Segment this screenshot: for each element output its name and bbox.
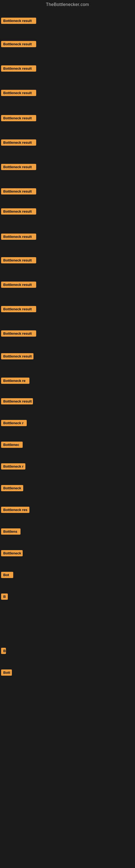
bottleneck-badge[interactable]: Bottleneck result (1, 353, 34, 360)
bottleneck-badge[interactable]: Bottleneck result (1, 234, 36, 240)
bottleneck-badge[interactable]: B (1, 648, 6, 654)
list-item: Bottleneck result (1, 282, 36, 289)
bottleneck-badge[interactable]: Bottleneck (1, 485, 23, 491)
list-item: Bottleneck result (1, 234, 36, 241)
list-item: Bottleneck result (1, 140, 36, 147)
bottleneck-badge[interactable]: Bottleneck result (1, 41, 36, 47)
list-item: Bottleneck (1, 550, 23, 557)
list-item: Bottleneck result (1, 41, 36, 48)
bottleneck-badge[interactable]: Bottleneck result (1, 208, 36, 215)
bottleneck-badge[interactable]: Bottleneck result (1, 164, 36, 170)
list-item: Bottleneck result (1, 65, 36, 73)
bottleneck-badge[interactable]: Bottleneck result (1, 257, 36, 264)
list-item: Bottlenec (1, 442, 23, 449)
list-item: Bottleneck result (1, 18, 36, 25)
list-item: Bottleneck result (1, 115, 36, 122)
bottleneck-badge[interactable]: Bot (1, 572, 13, 578)
bottleneck-badge[interactable]: Bottleneck result (1, 90, 36, 96)
bottleneck-badge[interactable]: Bottleneck result (1, 18, 36, 24)
list-item: Bottleneck result (1, 188, 36, 195)
list-item: Bott (1, 670, 12, 677)
list-item: Bottleneck re (1, 378, 30, 385)
bottleneck-badge[interactable]: Bottleneck result (1, 140, 36, 146)
list-item: B (1, 648, 6, 655)
site-title: TheBottlenecker.com (0, 0, 135, 10)
bottleneck-badge[interactable]: Bottleneck r (1, 420, 27, 426)
bottleneck-badge[interactable]: Bottleneck res (1, 507, 30, 513)
list-item: Bottleneck r (1, 420, 27, 427)
list-item: Bot (1, 572, 13, 579)
list-item: Bottleneck result (1, 90, 36, 97)
bottleneck-badge[interactable]: B (1, 593, 8, 600)
bottleneck-badge[interactable]: Bottleneck (1, 550, 23, 556)
bottleneck-badge[interactable]: Bottlens (1, 528, 20, 535)
list-item: Bottleneck result (1, 306, 36, 313)
list-item: Bottleneck result (1, 353, 34, 361)
list-item: Bottleneck res (1, 507, 30, 514)
bottleneck-badge[interactable]: Bottleneck result (1, 115, 36, 121)
list-item: Bottleneck result (1, 398, 33, 405)
items-container: Bottleneck resultBottleneck resultBottle… (0, 10, 135, 865)
bottleneck-badge[interactable]: Bottleneck result (1, 330, 36, 337)
list-item: Bottleneck result (1, 208, 36, 216)
bottleneck-badge[interactable]: Bott (1, 670, 12, 676)
bottleneck-badge[interactable]: Bottleneck result (1, 398, 33, 404)
list-item: Bottlens (1, 528, 20, 536)
list-item: Bottleneck (1, 485, 23, 492)
list-item: B (1, 593, 8, 601)
bottleneck-badge[interactable]: Bottleneck result (1, 188, 36, 194)
list-item: Bottleneck result (1, 164, 36, 171)
list-item: Bottleneck result (1, 257, 36, 265)
list-item: Bottleneck r (1, 463, 26, 471)
bottleneck-badge[interactable]: Bottlenec (1, 442, 23, 448)
bottleneck-badge[interactable]: Bottleneck result (1, 282, 36, 288)
bottleneck-badge[interactable]: Bottleneck result (1, 65, 36, 72)
list-item: Bottleneck result (1, 330, 36, 338)
bottleneck-badge[interactable]: Bottleneck result (1, 306, 36, 312)
bottleneck-badge[interactable]: Bottleneck re (1, 378, 30, 384)
bottleneck-badge[interactable]: Bottleneck r (1, 463, 26, 469)
